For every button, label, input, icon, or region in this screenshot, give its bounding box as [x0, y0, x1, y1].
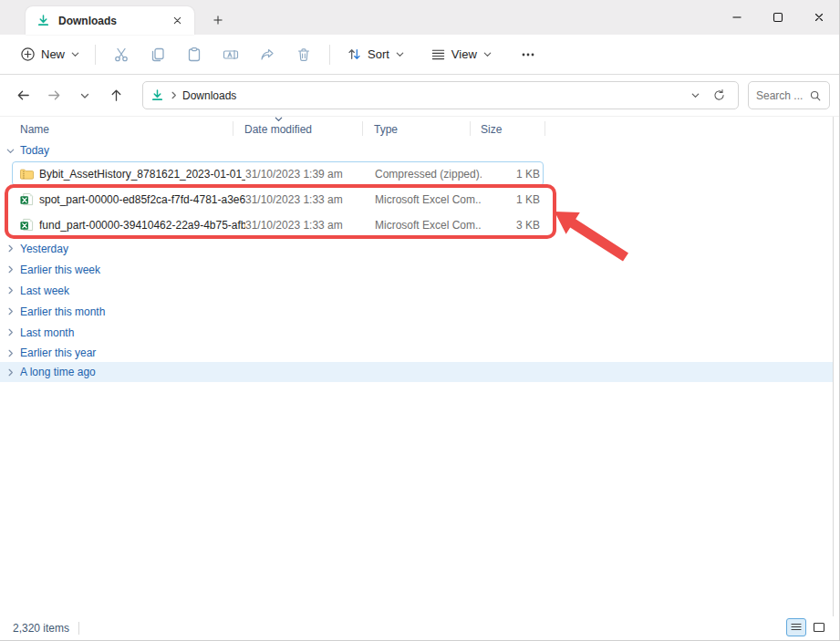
file-name: Bybit_AssetHistory_8781621_2023-01-01_20…	[39, 168, 245, 181]
items-count: 2,320 items	[13, 622, 69, 635]
group-label: Yesterday	[20, 243, 68, 255]
chevron-down-icon	[70, 49, 80, 59]
group-label: Earlier this week	[20, 264, 100, 276]
rename-button[interactable]	[213, 41, 249, 68]
chevron-down-icon	[690, 90, 700, 100]
column-header-name[interactable]: Name	[20, 123, 49, 136]
column-headers: Name Date modified Type Size	[0, 117, 833, 140]
column-header-type[interactable]: Type	[374, 123, 398, 136]
tab-downloads[interactable]: Downloads	[26, 6, 194, 35]
file-list-area: Name Date modified Type Size Today Bybit…	[0, 117, 839, 617]
more-options-button[interactable]	[513, 41, 544, 68]
up-button[interactable]	[100, 81, 131, 110]
copy-icon	[150, 47, 166, 63]
view-button[interactable]: View	[423, 41, 500, 67]
chevron-right-icon	[5, 285, 16, 295]
chevron-right-icon	[5, 327, 16, 337]
group-header-a-long-time-ago[interactable]: A long time ago	[0, 362, 833, 382]
column-divider[interactable]	[544, 121, 545, 136]
chevron-right-icon	[169, 90, 179, 100]
file-type: Microsoft Excel Com...	[375, 219, 482, 232]
refresh-button[interactable]	[707, 84, 731, 108]
new-button[interactable]: New	[13, 41, 88, 67]
details-view-button[interactable]	[786, 618, 806, 636]
group-header-last-week[interactable]: Last week	[0, 280, 833, 301]
sort-icon	[347, 47, 362, 62]
chevron-down-icon	[482, 49, 493, 59]
tab-close-icon[interactable]	[167, 11, 187, 31]
group-label: Earlier this year	[20, 346, 96, 359]
share-icon	[259, 47, 275, 63]
new-button-label: New	[41, 47, 65, 61]
delete-button[interactable]	[285, 41, 322, 68]
breadcrumb[interactable]: Downloads	[182, 89, 236, 102]
column-header-date-modified[interactable]: Date modified	[244, 123, 312, 136]
minimize-button[interactable]	[716, 0, 757, 35]
group-header-earlier-this-week[interactable]: Earlier this week	[0, 259, 833, 280]
group-label: Last month	[20, 326, 74, 339]
address-bar[interactable]: Downloads	[142, 81, 739, 109]
file-size: 1 KB	[482, 193, 542, 206]
search-icon	[809, 89, 822, 102]
status-bar: 2,320 items	[0, 616, 840, 640]
excel-icon	[19, 218, 39, 232]
chevron-down-icon	[5, 146, 16, 156]
more-icon	[520, 47, 536, 63]
group-header-earlier-this-year[interactable]: Earlier this year	[0, 343, 833, 363]
file-size: 3 KB	[482, 219, 542, 232]
cut-icon	[113, 47, 130, 63]
group-header-today[interactable]: Today	[0, 140, 833, 160]
rename-icon	[223, 47, 239, 63]
toolbar-divider	[95, 45, 96, 65]
column-divider[interactable]	[233, 121, 233, 136]
file-row-fund-csv[interactable]: fund_part-00000-39410462-22a9-4b75-afb1-…	[12, 212, 544, 237]
chevron-right-icon	[5, 306, 16, 316]
file-date: 31/10/2023 1:33 am	[245, 219, 375, 232]
close-button[interactable]	[798, 0, 839, 35]
back-icon	[16, 88, 31, 103]
file-date: 31/10/2023 1:39 am	[245, 168, 375, 181]
up-icon	[109, 88, 124, 103]
column-divider[interactable]	[470, 121, 471, 136]
file-row-spot-csv[interactable]: spot_part-00000-ed85f2ca-f7fd-4781-a3e6-…	[12, 187, 544, 212]
chevron-right-icon	[5, 367, 16, 377]
file-name: spot_part-00000-ed85f2ca-f7fd-4781-a3e6-…	[39, 193, 245, 206]
maximize-button[interactable]	[757, 0, 798, 35]
large-icons-view-button[interactable]	[809, 618, 829, 636]
navigation-bar: Downloads	[0, 75, 839, 117]
file-name: fund_part-00000-39410462-22a9-4b75-afb1-…	[39, 219, 245, 232]
view-button-label: View	[451, 47, 477, 61]
scrollbar-track	[833, 117, 834, 617]
file-type: Compressed (zipped)...	[375, 168, 482, 181]
paste-button[interactable]	[176, 41, 213, 68]
group-label: Last week	[20, 284, 69, 297]
group-header-yesterday[interactable]: Yesterday	[0, 238, 833, 259]
file-type: Microsoft Excel Com...	[375, 193, 482, 206]
recent-locations-button[interactable]	[69, 81, 100, 110]
search-input[interactable]	[756, 89, 807, 102]
cut-button[interactable]	[103, 41, 140, 68]
column-divider[interactable]	[362, 121, 363, 136]
toolbar-divider	[329, 45, 330, 65]
chevron-down-icon	[395, 49, 405, 59]
search-box[interactable]	[748, 81, 830, 109]
new-tab-button[interactable]	[206, 9, 230, 31]
window-controls	[716, 0, 839, 35]
copy-button[interactable]	[140, 41, 176, 68]
view-icon	[430, 47, 446, 62]
forward-button[interactable]	[38, 81, 69, 110]
back-button[interactable]	[7, 81, 38, 110]
group-header-earlier-this-month[interactable]: Earlier this month	[0, 301, 833, 322]
zip-folder-icon	[19, 167, 39, 181]
sort-button[interactable]: Sort	[339, 41, 412, 67]
refresh-icon	[712, 88, 726, 102]
address-dropdown-button[interactable]	[683, 84, 707, 108]
file-row-bybit-zip[interactable]: Bybit_AssetHistory_8781621_2023-01-01_20…	[12, 161, 544, 186]
share-button[interactable]	[249, 41, 285, 68]
chevron-right-icon	[5, 243, 16, 253]
group-label: A long time ago	[20, 366, 96, 378]
group-header-last-month[interactable]: Last month	[0, 322, 833, 343]
column-header-size[interactable]: Size	[481, 123, 502, 136]
chevron-right-icon	[5, 264, 16, 274]
command-toolbar: New Sort View	[0, 35, 839, 75]
